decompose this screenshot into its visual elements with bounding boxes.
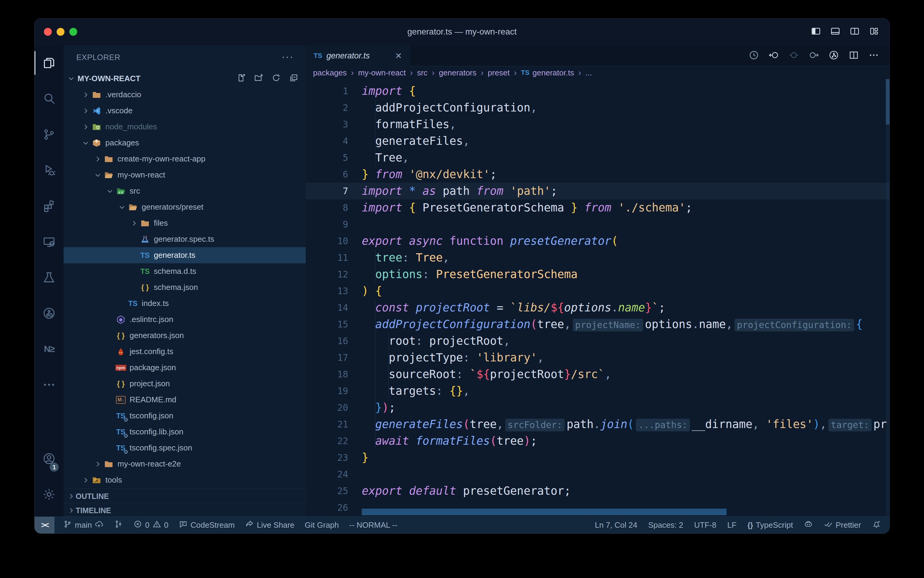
tree-item-node_modules[interactable]: node_modules (63, 119, 306, 135)
activity-nx-console-icon[interactable]: N≥ (34, 331, 63, 367)
outline-section-header[interactable]: OUTLINE (63, 489, 306, 503)
code-line-16[interactable]: 16 root: projectRoot, (306, 333, 890, 349)
layout-sidebar-right-icon[interactable] (850, 26, 860, 37)
code-line-14[interactable]: 14 const projectRoot = `libs/${options.n… (306, 299, 890, 316)
code-area[interactable]: 1import {2 addProjectConfiguration,3 for… (306, 79, 890, 517)
chevron-down-icon[interactable] (118, 204, 126, 211)
activity-remote-explorer-icon[interactable] (34, 224, 63, 260)
code-line-21[interactable]: 21 generateFiles(tree,srcFolder:path.joi… (306, 416, 890, 433)
new-file-icon[interactable] (236, 73, 246, 84)
tree-item-project.json[interactable]: { }project.json (63, 376, 306, 392)
status-problems[interactable]: 00 (133, 520, 168, 531)
vertical-scrollbar[interactable] (886, 79, 890, 517)
code-line-10[interactable]: 10export async function presetGenerator( (306, 233, 890, 249)
timeline-section-header[interactable]: TIMELINE (63, 503, 306, 518)
tree-item-generators.json[interactable]: { }generators.json (63, 328, 306, 344)
breadcrumb-item-...[interactable]: ... (585, 68, 592, 78)
chevron-down-icon[interactable] (81, 140, 90, 147)
code-line-13[interactable]: 13) { (306, 283, 890, 299)
status-vim-mode[interactable]: -- NORMAL -- (349, 520, 397, 530)
sidebar-more-actions-icon[interactable]: ··· (282, 45, 294, 69)
breadcrumb-item-generator.ts[interactable]: TSgenerator.ts (521, 68, 574, 78)
refresh-icon[interactable] (271, 73, 281, 84)
project-root-row[interactable]: MY-OWN-REACT (63, 70, 306, 87)
horizontal-scrollbar[interactable] (362, 509, 727, 515)
new-folder-icon[interactable] (254, 73, 264, 84)
breadcrumb-item-generators[interactable]: generators (439, 68, 476, 78)
tree-item-schema.d.ts[interactable]: TSschema.d.ts (63, 263, 306, 279)
split-editor-icon[interactable] (848, 50, 859, 62)
tree-item-.eslintrc.json[interactable]: .eslintrc.json (63, 312, 306, 328)
layout-panel-icon[interactable] (830, 26, 840, 37)
code-line-5[interactable]: 5 Tree, (306, 149, 890, 166)
activity-testing-icon[interactable] (34, 260, 63, 295)
status-indentation[interactable]: Spaces: 2 (648, 520, 683, 530)
layout-customize-icon[interactable] (869, 26, 879, 37)
tree-item-generator.spec.ts[interactable]: generator.spec.ts (63, 231, 306, 247)
status-git-graph[interactable]: Git Graph (305, 520, 339, 530)
tree-item-jest.config.ts[interactable]: jest.config.ts (63, 344, 306, 360)
code-line-7[interactable]: 7import * as path from 'path'; (306, 183, 890, 199)
status-git-branch[interactable]: main (63, 520, 104, 531)
code-line-6[interactable]: 6} from '@nx/devkit'; (306, 166, 890, 183)
tree-item-create-my-own-react-app[interactable]: create-my-own-react-app (63, 151, 306, 167)
chevron-right-icon[interactable] (129, 220, 139, 227)
activity-search-icon[interactable] (34, 81, 63, 117)
tree-item-README.md[interactable]: M↓README.md (63, 392, 306, 408)
code-line-8[interactable]: 8import { PresetGeneratorSchema } from '… (306, 199, 890, 216)
more-actions-icon[interactable] (868, 50, 879, 62)
tree-item-my-own-react-e2e[interactable]: my-own-react-e2e (63, 456, 306, 472)
code-line-19[interactable]: 19 targets: {}, (306, 383, 890, 399)
code-line-22[interactable]: 22 await formatFiles(tree); (306, 433, 890, 449)
nav-back-icon[interactable] (769, 50, 779, 62)
code-line-23[interactable]: 23} (306, 449, 890, 466)
breadcrumb-item-preset[interactable]: preset (488, 68, 510, 78)
tree-item-index.ts[interactable]: TSindex.ts (63, 295, 306, 312)
activity-more-views-icon[interactable] (34, 367, 63, 403)
layout-sidebar-left-icon[interactable] (811, 26, 821, 37)
close-tab-icon[interactable]: ✕ (395, 51, 402, 61)
chevron-right-icon[interactable] (93, 156, 102, 163)
code-line-2[interactable]: 2 addProjectConfiguration, (306, 99, 890, 116)
code-line-9[interactable]: 9 (306, 216, 890, 233)
code-line-3[interactable]: 3 formatFiles, (306, 116, 890, 133)
code-line-24[interactable]: 24 (306, 466, 890, 482)
status-live-share[interactable]: Live Share (245, 520, 294, 531)
previous-change-icon[interactable] (788, 50, 799, 62)
status-cursor-position[interactable]: Ln 7, Col 24 (595, 520, 637, 530)
chevron-down-icon[interactable] (105, 188, 115, 195)
chevron-right-icon[interactable] (93, 461, 102, 468)
activity-source-control-icon[interactable] (34, 117, 63, 153)
chevron-right-icon[interactable] (81, 123, 90, 131)
activity-gitlens-icon[interactable] (34, 295, 63, 331)
tree-item-.verdaccio[interactable]: .verdaccio (63, 87, 306, 103)
tree-item-tsconfig.json[interactable]: TS⚙tsconfig.json (63, 408, 306, 424)
tree-item-src[interactable]: src (63, 183, 306, 199)
breadcrumb-item-src[interactable]: src (417, 68, 427, 78)
activity-settings-icon[interactable] (34, 477, 63, 512)
tree-item-schema.json[interactable]: { }schema.json (63, 279, 306, 295)
tree-item-.vscode[interactable]: .vscode (63, 103, 306, 119)
tree-item-packages[interactable]: packages (63, 135, 306, 151)
tree-item-package.json[interactable]: npmpackage.json (63, 360, 306, 376)
code-line-4[interactable]: 4 generateFiles, (306, 133, 890, 149)
tree-item-tsconfig.spec.json[interactable]: TS⚙tsconfig.spec.json (63, 440, 306, 456)
code-line-11[interactable]: 11 tree: Tree, (306, 249, 890, 266)
status-notifications[interactable] (872, 520, 881, 531)
code-line-25[interactable]: 25export default presetGenerator; (306, 482, 890, 499)
status-codestream[interactable]: CodeStream (179, 520, 235, 531)
chevron-right-icon[interactable] (81, 477, 90, 484)
tree-item-tsconfig.lib.json[interactable]: TS⚙tsconfig.lib.json (63, 424, 306, 440)
next-change-icon[interactable] (808, 50, 819, 62)
tree-item-tools[interactable]: tools (63, 472, 306, 488)
tree-item-generator.ts[interactable]: TSgenerator.ts (63, 247, 306, 263)
status-copilot[interactable] (804, 520, 813, 531)
status-remote-indicator[interactable]: >< (34, 517, 55, 534)
activity-explorer-icon[interactable] (34, 45, 63, 81)
code-line-17[interactable]: 17 projectType: 'library', (306, 349, 890, 366)
breadcrumb-item-my-own-react[interactable]: my-own-react (358, 68, 406, 78)
activity-run-debug-icon[interactable] (34, 153, 63, 188)
chevron-down-icon[interactable] (93, 172, 102, 179)
status-encoding[interactable]: UTF-8 (694, 520, 717, 530)
tree-item-files[interactable]: files (63, 215, 306, 231)
